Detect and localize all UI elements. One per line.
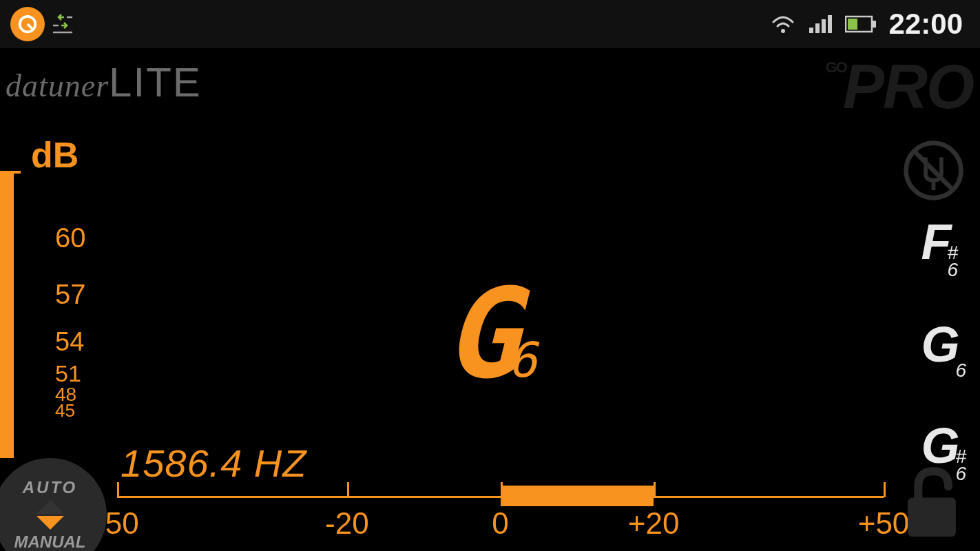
status-bar: 22:00	[0, 0, 980, 48]
db-tick: 45	[55, 402, 86, 419]
app-brand: datuner LITE	[6, 59, 202, 106]
cents-label: 0	[492, 506, 508, 541]
battery-icon	[845, 14, 877, 34]
app-icon[interactable]	[10, 7, 45, 41]
go-pro-pro: PRO	[843, 52, 973, 121]
arrow-up-icon	[37, 500, 64, 514]
db-tick: 54	[55, 329, 86, 355]
frequency-readout: 1586.4 HZ	[121, 441, 307, 486]
note-wheel-item: G 6	[921, 316, 966, 379]
svg-rect-5	[809, 28, 813, 33]
detected-octave: 6	[508, 332, 536, 388]
cents-label: +20	[628, 506, 680, 541]
status-time: 22:00	[889, 8, 963, 41]
tuning-fork-icon[interactable]	[901, 138, 966, 203]
cents-scale: -50 -20 0 +20 +50	[117, 482, 884, 544]
arrow-down-icon	[37, 516, 64, 530]
svg-rect-6	[815, 23, 820, 33]
signal-icon	[808, 14, 833, 34]
auto-manual-toggle[interactable]: AUTO MANUAL	[0, 455, 103, 551]
brand-lite: LITE	[109, 59, 202, 106]
svg-rect-14	[908, 498, 956, 537]
svg-rect-8	[828, 15, 832, 33]
sync-icon	[52, 13, 74, 35]
svg-rect-10	[873, 21, 876, 28]
db-tick: 51	[55, 362, 86, 385]
detected-note: G	[444, 262, 511, 406]
wifi-icon	[771, 14, 795, 34]
cents-indicator	[501, 486, 654, 506]
db-scale: 60 57 54 51 48 45	[55, 224, 86, 419]
db-meter-bar	[0, 172, 14, 458]
go-pro-badge[interactable]: GOPRO	[826, 52, 973, 123]
cents-label: -20	[325, 506, 369, 541]
auto-label: AUTO	[23, 478, 78, 497]
lock-open-icon[interactable]	[894, 460, 970, 545]
svg-point-4	[781, 29, 785, 33]
manual-label: MANUAL	[14, 532, 86, 551]
note-wheel[interactable]: F #6 G 6 G #6	[921, 214, 966, 482]
note-wheel-item: F #6	[921, 214, 966, 278]
detected-note-display: G 6	[444, 262, 537, 406]
db-label: dB	[31, 134, 79, 176]
brand-script: datuner	[6, 67, 109, 104]
db-tick: 60	[55, 224, 86, 251]
go-pro-go: GO	[826, 59, 846, 76]
svg-rect-7	[822, 19, 826, 33]
db-tick: 57	[55, 280, 86, 308]
svg-rect-11	[848, 19, 857, 30]
